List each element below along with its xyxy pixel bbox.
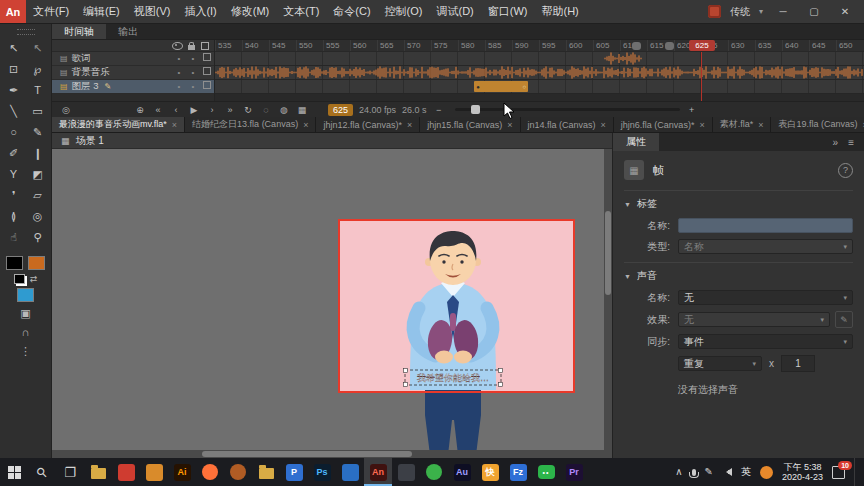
adobe-photoshop[interactable]: Ps bbox=[308, 458, 336, 486]
scrollbar-thumb[interactable] bbox=[202, 451, 412, 457]
document-tab-1[interactable]: 最浪漫的事音乐动画mv.fla*× bbox=[52, 117, 185, 132]
go-to-last-frame-button[interactable]: » bbox=[224, 103, 236, 117]
insert-frame-button[interactable]: ⊕ bbox=[134, 103, 146, 117]
track-row-2[interactable] bbox=[215, 66, 864, 80]
oval-tool[interactable]: ○ bbox=[2, 122, 26, 143]
stage-subtitle[interactable]: 我希望你能给我… bbox=[417, 373, 489, 383]
menu-item-5[interactable]: 修改(M) bbox=[224, 0, 277, 23]
stage-pasteboard[interactable]: 我希望你能给我… bbox=[52, 149, 612, 458]
show-hide-all-layers-icon[interactable] bbox=[172, 42, 183, 50]
label-name-input[interactable] bbox=[678, 218, 853, 233]
tab-close-icon[interactable]: × bbox=[699, 120, 704, 130]
subselection-tool[interactable]: ↖ bbox=[26, 38, 50, 59]
layer-lock-dot[interactable]: • bbox=[186, 66, 200, 80]
adobe-animate[interactable]: An bbox=[364, 458, 392, 486]
snap-magnet-toggle[interactable]: ∩ bbox=[22, 325, 30, 340]
app-logo[interactable]: An bbox=[0, 0, 26, 23]
brush-tool[interactable]: ✐ bbox=[2, 143, 26, 164]
layer-outline-square[interactable] bbox=[200, 66, 214, 80]
edit-effect-button[interactable]: ✎ bbox=[835, 311, 853, 328]
tool-options-more[interactable]: ⋮ bbox=[20, 344, 31, 359]
onion-skin-outlines-button[interactable]: ◍ bbox=[278, 103, 290, 117]
adobe-illustrator[interactable]: Ai bbox=[168, 458, 196, 486]
tray-expand-chevron[interactable]: ∧ bbox=[675, 467, 682, 477]
layer-lock-dot[interactable]: • bbox=[186, 80, 200, 94]
search-button[interactable]: ⚲ bbox=[28, 458, 56, 486]
app-brown[interactable] bbox=[224, 458, 252, 486]
slider-thumb[interactable] bbox=[471, 105, 480, 114]
action-center-icon[interactable]: 10 bbox=[832, 466, 845, 479]
object-drawing-toggle[interactable]: ▣ bbox=[20, 306, 30, 321]
panel-menu-icon[interactable]: ≡ bbox=[848, 137, 854, 148]
section-collapse-icon[interactable]: ▼ bbox=[624, 273, 631, 280]
track-row-1[interactable] bbox=[215, 52, 864, 66]
task-view-button[interactable]: ❐ bbox=[56, 458, 84, 486]
timeline-zoom-out-button[interactable]: − bbox=[433, 103, 445, 117]
paint-bucket-tool[interactable]: ◩ bbox=[26, 164, 50, 185]
onion-skin-range-handle[interactable] bbox=[632, 42, 641, 50]
playhead-handle[interactable]: 625 bbox=[689, 40, 715, 51]
selection-tool[interactable]: ↖ bbox=[2, 38, 26, 59]
go-to-first-frame-button[interactable]: « bbox=[152, 103, 164, 117]
timeline-panel-tab-1[interactable]: 时间轴 bbox=[52, 24, 106, 39]
document-tab-3[interactable]: jhjn12.fla (Canvas)*× bbox=[316, 117, 420, 132]
loop-count-input[interactable] bbox=[781, 355, 815, 372]
label-type-select[interactable]: 名称 ▾ bbox=[678, 239, 853, 254]
panel-collapse-icon[interactable]: » bbox=[833, 137, 839, 148]
layer-outline-square[interactable] bbox=[200, 52, 214, 66]
adobe-audition[interactable]: Au bbox=[448, 458, 476, 486]
timeline-ruler[interactable]: 5355405455505555605655705755805855905956… bbox=[215, 40, 864, 52]
track-row-3[interactable]: ●○ bbox=[215, 80, 864, 94]
document-tab-2[interactable]: 结婚纪念日13.fla (Canvas)× bbox=[185, 117, 316, 132]
sound-effect-select[interactable]: 无 ▾ bbox=[678, 312, 830, 327]
onion-skin-range-handle[interactable] bbox=[665, 42, 674, 50]
camera-tool[interactable]: ◎ bbox=[26, 206, 50, 227]
app-orange[interactable] bbox=[140, 458, 168, 486]
edit-multiple-frames-button[interactable]: ▦ bbox=[296, 103, 308, 117]
app-fz[interactable]: Fz bbox=[504, 458, 532, 486]
hand-tool[interactable]: ☝ bbox=[2, 227, 26, 248]
menu-item-2[interactable]: 编辑(E) bbox=[76, 0, 127, 23]
menu-item-10[interactable]: 窗口(W) bbox=[481, 0, 535, 23]
layer-row-2[interactable]: ▤背景音乐•• bbox=[52, 66, 214, 80]
width-tool[interactable]: ≬ bbox=[2, 206, 26, 227]
scene-label[interactable]: 场景 1 bbox=[76, 134, 104, 148]
pen-icon[interactable]: ✎ bbox=[705, 467, 713, 477]
lock-all-layers-icon[interactable] bbox=[188, 45, 195, 50]
eraser-tool[interactable]: ▱ bbox=[26, 185, 50, 206]
ime-indicator[interactable]: 英 bbox=[741, 465, 751, 479]
maximize-button[interactable]: ▢ bbox=[803, 0, 825, 23]
free-transform-tool[interactable]: ⊡ bbox=[2, 59, 26, 80]
text-tool[interactable]: T bbox=[26, 80, 50, 101]
pen-tool[interactable]: ✒ bbox=[2, 80, 26, 101]
layer-visibility-dot[interactable]: • bbox=[172, 80, 186, 94]
current-frame-indicator[interactable]: 625 bbox=[328, 104, 353, 116]
outline-all-layers-icon[interactable] bbox=[201, 42, 209, 50]
wechat[interactable]: •• bbox=[532, 458, 560, 486]
clock[interactable]: 下午 5:38 2020-4-23 bbox=[782, 462, 823, 482]
document-tab-5[interactable]: jn14.fla (Canvas)× bbox=[521, 117, 614, 132]
tab-close-icon[interactable]: × bbox=[758, 120, 763, 130]
vertical-scrollbar[interactable] bbox=[604, 149, 612, 450]
app-blue-p[interactable]: P bbox=[280, 458, 308, 486]
play-button[interactable]: ▶ bbox=[188, 103, 200, 117]
start-button[interactable] bbox=[0, 458, 28, 486]
tab-close-icon[interactable]: × bbox=[507, 120, 512, 130]
timeline-zoom-in-button[interactable]: + bbox=[686, 103, 698, 117]
adobe-premiere[interactable]: Pr bbox=[560, 458, 588, 486]
sound-name-select[interactable]: 无 ▾ bbox=[678, 290, 853, 305]
help-icon[interactable]: ? bbox=[838, 163, 853, 178]
minimize-button[interactable]: ─ bbox=[772, 0, 794, 23]
lasso-tool[interactable]: ℘ bbox=[26, 59, 50, 80]
kuaishou[interactable]: 快 bbox=[476, 458, 504, 486]
workspace-icon[interactable] bbox=[708, 5, 721, 18]
close-button[interactable]: ✕ bbox=[834, 0, 856, 23]
menu-item-9[interactable]: 调试(D) bbox=[430, 0, 481, 23]
document-tab-4[interactable]: jhjn15.fla (Canvas)× bbox=[420, 117, 520, 132]
menu-item-3[interactable]: 视图(V) bbox=[127, 0, 178, 23]
layer-visibility-dot[interactable]: • bbox=[172, 52, 186, 66]
app-dark[interactable] bbox=[392, 458, 420, 486]
menu-item-8[interactable]: 控制(O) bbox=[378, 0, 430, 23]
frame-tracks[interactable]: ●○ bbox=[215, 52, 864, 101]
layer-lock-dot[interactable]: • bbox=[186, 52, 200, 66]
